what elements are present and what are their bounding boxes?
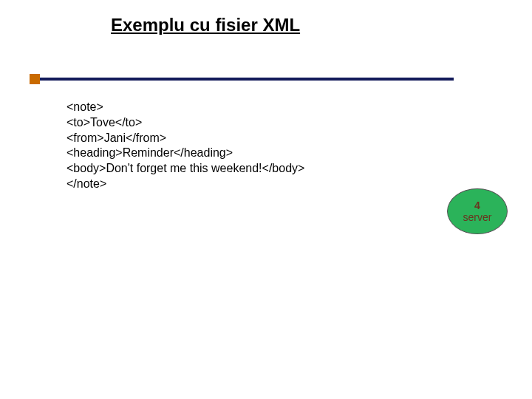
- badge-label: server: [463, 211, 492, 223]
- xml-line: <to>Tove</to>: [66, 115, 304, 131]
- badge-number: 4: [474, 200, 480, 211]
- slide: Exemplu cu fisier XML <note> <to>Tove</t…: [0, 0, 532, 399]
- title-underline-rule: [0, 74, 458, 86]
- xml-line: </note>: [66, 177, 304, 192]
- slide-title: Exemplu cu fisier XML: [111, 15, 300, 35]
- rule-horizontal-line: [40, 78, 454, 81]
- xml-example-block: <note> <to>Tove</to> <from>Jani</from> <…: [66, 100, 304, 192]
- server-badge: 4 server: [447, 188, 508, 234]
- xml-line: <note>: [66, 100, 304, 115]
- xml-line: <from>Jani</from>: [66, 131, 304, 146]
- xml-line: <heading>Reminder</heading>: [66, 146, 304, 161]
- rule-bullet-square: [30, 74, 40, 84]
- xml-line: <body>Don't forget me this weekend!</bod…: [66, 161, 304, 177]
